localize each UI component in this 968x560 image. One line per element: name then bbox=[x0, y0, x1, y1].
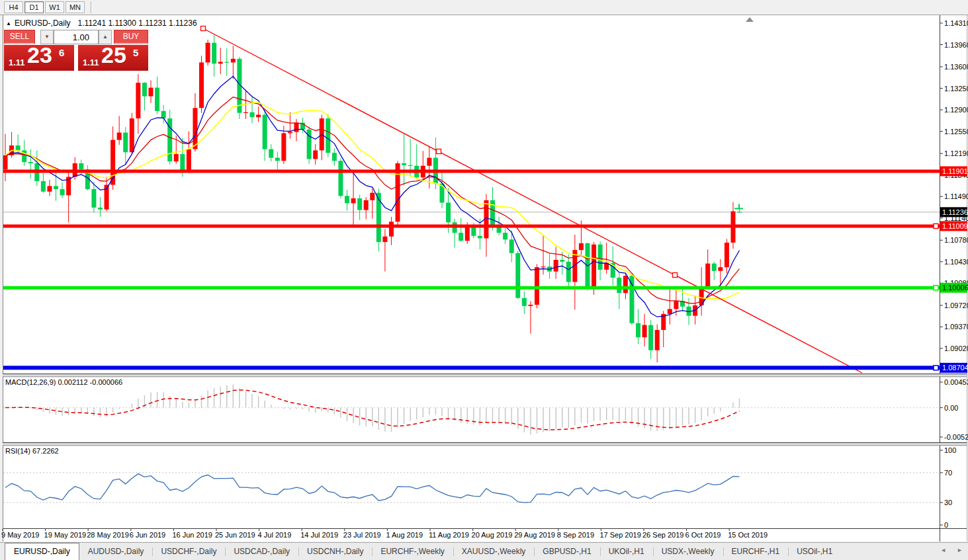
tab-ukoil-h1[interactable]: UKOil-,H1 bbox=[600, 545, 653, 560]
collapse-panel-icon[interactable]: ▲ bbox=[6, 20, 11, 26]
rsi-indicator-label: RSI(14) 67.2262 bbox=[5, 447, 59, 455]
candle bbox=[471, 227, 476, 236]
candle bbox=[326, 118, 330, 153]
tab-label: USOil-,H1 bbox=[797, 547, 832, 556]
ask-price-tile[interactable]: 1.11 25 5 bbox=[78, 45, 148, 71]
tab-eurusd-daily[interactable]: EURUSD-,Daily bbox=[5, 543, 79, 560]
candle bbox=[737, 212, 742, 212]
buy-button[interactable]: BUY bbox=[114, 30, 148, 44]
candle bbox=[459, 233, 463, 241]
timeframe-w1-button[interactable]: W1 bbox=[45, 1, 64, 13]
sell-button[interactable]: SELL bbox=[4, 30, 35, 44]
candle bbox=[705, 264, 710, 286]
candle bbox=[206, 43, 210, 63]
candle bbox=[560, 260, 564, 262]
tab-gbpusd-h1[interactable]: GBPUSD-,H1 bbox=[534, 545, 599, 560]
candle bbox=[281, 133, 286, 161]
candle bbox=[345, 196, 349, 203]
bid-price-big: 23 bbox=[27, 45, 52, 68]
trendline-handle[interactable] bbox=[437, 149, 441, 154]
tab-label: USDCAD-,Daily bbox=[234, 547, 290, 556]
candle bbox=[136, 83, 140, 118]
tab-usdcad-daily[interactable]: USDCAD-,Daily bbox=[225, 545, 298, 560]
candle bbox=[509, 239, 514, 253]
candle bbox=[636, 323, 640, 337]
candle bbox=[389, 221, 394, 236]
date-axis[interactable] bbox=[3, 529, 940, 541]
candle bbox=[503, 233, 507, 239]
candle bbox=[16, 145, 21, 150]
bid-price-prefix: 1.11 bbox=[9, 58, 25, 67]
tab-xauusd-weekly[interactable]: XAUUSD-,Weekly bbox=[453, 545, 534, 560]
candle bbox=[28, 162, 33, 163]
candle bbox=[522, 298, 527, 306]
timeframe-d1-button[interactable]: D1 bbox=[24, 1, 44, 13]
chart-symbol-label: EURUSD-,Daily bbox=[15, 19, 71, 28]
candle bbox=[275, 158, 280, 161]
volume-decrease-button[interactable]: ▼ bbox=[40, 30, 54, 44]
candle bbox=[148, 88, 153, 97]
candle bbox=[79, 163, 83, 169]
candle bbox=[598, 245, 603, 270]
hline-handle[interactable] bbox=[934, 366, 938, 370]
timeframe-h4-button[interactable]: H4 bbox=[4, 1, 23, 13]
candle bbox=[47, 186, 52, 191]
chart-canvas[interactable]: 1.143101.139601.136001.132501.129001.125… bbox=[0, 0, 968, 560]
candle bbox=[541, 266, 546, 267]
hline-handle[interactable] bbox=[934, 286, 938, 290]
tab-label: EURCHF-,H1 bbox=[732, 547, 780, 556]
rsi-value: 67.2262 bbox=[32, 447, 59, 455]
tab-usdchf-daily[interactable]: USDCHF-,Daily bbox=[152, 545, 225, 560]
macd-values: 0.002112 -0.000066 bbox=[58, 378, 122, 386]
tab-scroll-controls: ◄ ► bbox=[940, 547, 963, 553]
trendline-handle[interactable] bbox=[201, 26, 206, 31]
candle bbox=[269, 149, 273, 158]
candle bbox=[351, 198, 356, 203]
hline-handle[interactable] bbox=[934, 223, 938, 228]
tab-usdx-weekly[interactable]: USDX-,Weekly bbox=[653, 545, 723, 560]
timeframe-mn-button[interactable]: MN bbox=[66, 1, 85, 13]
trendline-handle[interactable] bbox=[673, 273, 678, 278]
tab-label: USDX-,Weekly bbox=[662, 547, 715, 556]
timeframe-toolbar: H4 D1 W1 MN bbox=[0, 0, 968, 15]
candle bbox=[357, 198, 362, 210]
candle bbox=[515, 253, 520, 298]
one-click-trading-panel: SELL ▼ ▲ BUY 1.11 23 6 1.11 25 5 bbox=[4, 30, 148, 71]
tab-label: GBPUSD-,H1 bbox=[543, 547, 591, 556]
candle bbox=[243, 112, 248, 113]
candle bbox=[199, 62, 204, 108]
candle bbox=[478, 236, 482, 239]
bid-price-tile[interactable]: 1.11 23 6 bbox=[4, 45, 74, 71]
bid-price-pip: 6 bbox=[59, 47, 64, 58]
tab-eurchf-h1[interactable]: EURCHF-,H1 bbox=[723, 545, 789, 560]
candle bbox=[617, 278, 621, 293]
ask-price-prefix: 1.11 bbox=[83, 58, 99, 67]
chart-background bbox=[3, 15, 967, 541]
tab-scroll-right-button[interactable]: ► bbox=[957, 547, 963, 553]
candle bbox=[193, 108, 197, 149]
candle bbox=[91, 189, 96, 208]
tab-usoil-h1[interactable]: USOil-,H1 bbox=[788, 545, 841, 560]
tab-usdcnh-daily[interactable]: USDCNH-,Daily bbox=[298, 545, 372, 560]
candle bbox=[623, 276, 628, 293]
candle bbox=[725, 243, 729, 267]
candle bbox=[566, 262, 571, 282]
tab-scroll-left-button[interactable]: ◄ bbox=[940, 547, 946, 553]
candle bbox=[465, 227, 470, 241]
volume-input[interactable] bbox=[54, 30, 99, 44]
macd-name: MACD(12,26,9) bbox=[5, 378, 56, 386]
tab-eurchf-weekly[interactable]: EURCHF-,Weekly bbox=[372, 545, 453, 560]
candle bbox=[402, 163, 406, 165]
candle bbox=[427, 158, 431, 166]
candle bbox=[180, 154, 185, 170]
macd-indicator-label: MACD(12,26,9) 0.002112 -0.000066 bbox=[5, 378, 122, 386]
tab-audusd-daily[interactable]: AUDUSD-,Daily bbox=[79, 545, 153, 560]
volume-increase-button[interactable]: ▲ bbox=[99, 30, 112, 44]
chart-tab-bar: EURUSD-,Daily AUDUSD-,Daily USDCHF-,Dail… bbox=[0, 542, 968, 560]
price-axis[interactable] bbox=[940, 16, 967, 528]
candle bbox=[579, 243, 584, 250]
mt4-terminal: { "toolbar": { "timeframes": [ {"label":… bbox=[0, 0, 968, 560]
candle bbox=[668, 309, 672, 313]
toolbar-separator bbox=[91, 1, 92, 13]
candle bbox=[382, 237, 387, 242]
